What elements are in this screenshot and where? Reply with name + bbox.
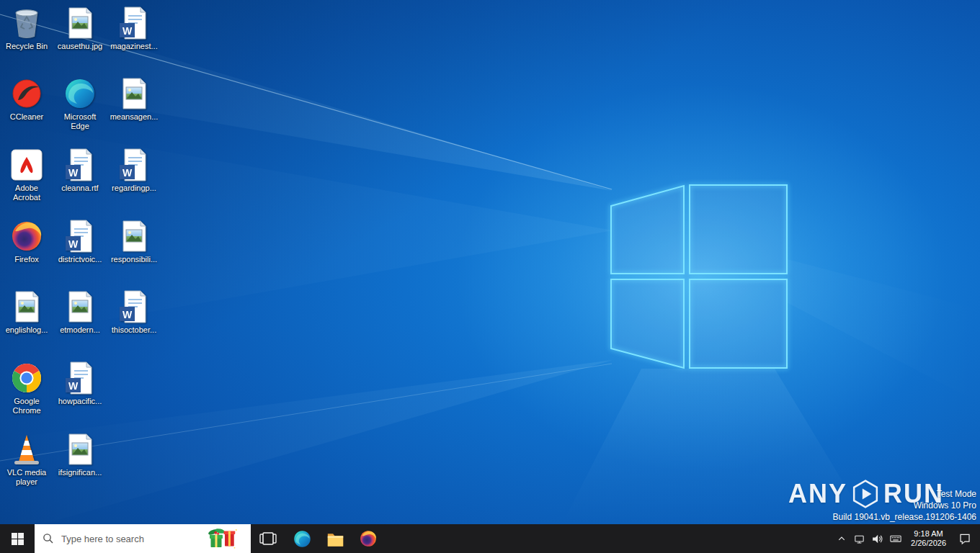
desktop-icon-label: VLC media player (1, 468, 53, 487)
desktop-icon-thisoctober[interactable]: thisoctober... (107, 289, 161, 335)
desktop-icon-microsoft-edge[interactable]: Microsoft Edge (53, 76, 107, 131)
desktop-icon-label: cleanna.rtf (54, 184, 106, 193)
desktop-icon-label: Microsoft Edge (54, 112, 106, 131)
desktop-icon-label: magazinest... (108, 42, 160, 51)
firefox-icon (359, 529, 378, 548)
desktop-icon-districtvoic[interactable]: districtvoic... (53, 219, 107, 264)
desktop-icon-label: responsibili... (108, 255, 160, 264)
tray-network-button[interactable] (850, 524, 868, 553)
task-view-button[interactable] (251, 524, 285, 553)
desktop-icon-label: howpacific... (54, 397, 106, 406)
action-center-icon (958, 532, 971, 545)
desktop-icon-vlc[interactable]: VLC media player (0, 432, 53, 487)
taskbar-microsoft-edge-button[interactable] (285, 524, 318, 553)
desktop-icon-label: englishlog... (1, 325, 53, 335)
word-document-icon (63, 219, 97, 253)
desktop-icon-google-chrome[interactable]: Google Chrome (0, 361, 53, 415)
desktop-icon-causethu-jpg[interactable]: causethu.jpg (53, 6, 107, 51)
desktop-icon-label: regardingp... (108, 184, 160, 193)
desktop-icon-label: causethu.jpg (54, 42, 106, 51)
taskbar: Type here to search 9:18 AM 2/26/2026 (0, 524, 980, 553)
desktop-icon-label: meansagen... (108, 112, 160, 122)
desktop-icon-label: etmodern... (54, 325, 106, 335)
system-tray: 9:18 AM 2/26/2026 (832, 524, 980, 553)
task-view-icon (259, 530, 277, 547)
windows-edition-label: Windows 10 Pro (833, 500, 977, 511)
recycle-bin-icon (9, 6, 44, 40)
google-chrome-icon (9, 361, 44, 395)
desktop-icon-label: thisoctober... (108, 325, 160, 335)
microsoft-edge-icon (293, 529, 312, 549)
ccleaner-icon (9, 76, 44, 111)
word-document-icon (117, 6, 151, 40)
image-file-icon (63, 6, 97, 40)
word-document-icon (117, 289, 151, 324)
desktop-icon-recycle-bin[interactable]: Recycle Bin (0, 6, 53, 51)
taskbar-clock[interactable]: 9:18 AM 2/26/2026 (904, 524, 953, 553)
image-file-icon (63, 289, 97, 324)
tray-volume-button[interactable] (868, 524, 886, 553)
tray-touch-keyboard-button[interactable] (886, 524, 904, 553)
desktop-icon-howpacific[interactable]: howpacific... (53, 361, 107, 406)
vlc-icon (9, 432, 44, 467)
test-mode-label: Test Mode (833, 488, 977, 500)
adobe-acrobat-icon (9, 148, 44, 182)
desktop-icon-ifsignifican[interactable]: ifsignifican... (53, 432, 107, 477)
taskbar-search[interactable]: Type here to search (35, 524, 251, 553)
word-document-icon (63, 361, 97, 395)
desktop-icon-label: Adobe Acrobat (1, 184, 53, 202)
windows-test-mode-watermark: Test Mode Windows 10 Pro Build 19041.vb_… (833, 488, 977, 523)
desktop-icon-adobe-acrobat[interactable]: Adobe Acrobat (0, 148, 53, 202)
taskbar-firefox-button[interactable] (352, 524, 385, 553)
desktop-icon-label: ifsignifican... (54, 468, 106, 477)
file-explorer-icon (326, 529, 345, 549)
start-button[interactable] (0, 524, 35, 553)
desktop-icon-magazinest[interactable]: magazinest... (107, 6, 161, 51)
search-placeholder: Type here to search (61, 534, 195, 544)
clock-date: 2/26/2026 (911, 539, 946, 548)
desktop-icon-label: Firefox (1, 255, 53, 264)
search-highlights-gift-icon[interactable] (202, 528, 244, 549)
network-icon (853, 533, 865, 545)
desktop-icon-firefox[interactable]: Firefox (0, 219, 53, 264)
desktop-icon-meansagen[interactable]: meansagen... (107, 76, 161, 122)
desktop[interactable]: Recycle Bin CCleaner Adobe Acrobat Firef… (0, 0, 980, 524)
desktop-icon-regardingp[interactable]: regardingp... (107, 148, 161, 193)
word-document-icon (117, 148, 151, 182)
microsoft-edge-icon (63, 76, 97, 111)
speaker-icon (871, 533, 883, 545)
search-icon (42, 532, 55, 545)
image-file-icon (117, 76, 151, 111)
desktop-icon-cleanna-rtf[interactable]: cleanna.rtf (53, 148, 107, 193)
desktop-icon-englishlog[interactable]: englishlog... (0, 289, 53, 335)
taskbar-file-explorer-button[interactable] (318, 524, 352, 553)
desktop-icon-etmodern[interactable]: etmodern... (53, 289, 107, 335)
desktop-icon-responsibili[interactable]: responsibili... (107, 219, 161, 264)
desktop-icon-label: Recycle Bin (1, 42, 53, 51)
image-file-icon (117, 219, 151, 253)
word-document-icon (63, 148, 97, 182)
image-file-icon (9, 289, 44, 324)
chevron-up-icon (835, 532, 848, 545)
touch-keyboard-icon (889, 532, 902, 545)
desktop-icon-label: CCleaner (1, 112, 53, 122)
desktop-icon-label: districtvoic... (54, 255, 106, 264)
action-center-button[interactable] (953, 524, 977, 553)
clock-time: 9:18 AM (911, 529, 946, 539)
windows-build-label: Build 19041.vb_release.191206-1406 (833, 511, 977, 523)
show-hidden-icons-button[interactable] (832, 524, 850, 553)
desktop-icon-label: Google Chrome (1, 397, 53, 415)
image-file-icon (63, 432, 97, 467)
firefox-icon (9, 219, 44, 253)
windows-start-icon (12, 533, 24, 545)
desktop-icon-ccleaner[interactable]: CCleaner (0, 76, 53, 122)
